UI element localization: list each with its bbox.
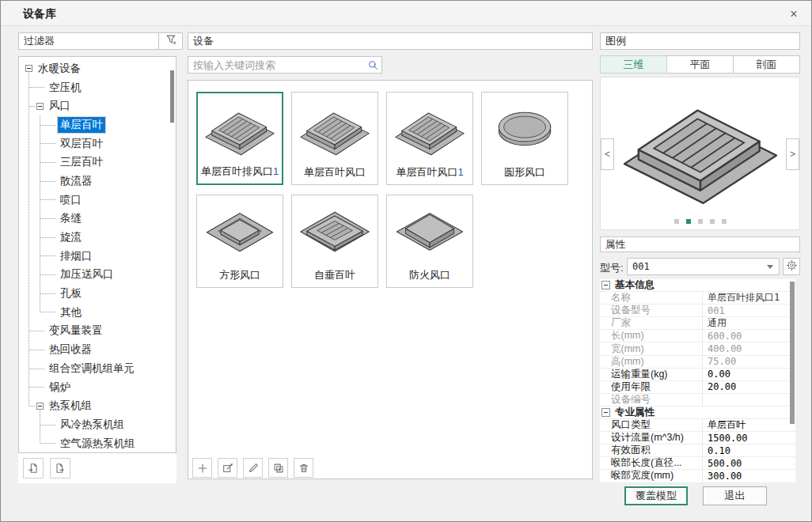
import-equipment-button[interactable] [23, 458, 44, 478]
tree-item-热回收器[interactable]: 热回收器 [19, 340, 176, 359]
model-settings-button[interactable] [783, 258, 800, 275]
carousel-dot-4[interactable] [710, 219, 715, 224]
equipment-card-单层百叶风口1[interactable]: 单层百叶风口1 [386, 92, 473, 185]
filter-input[interactable] [18, 32, 159, 50]
property-value[interactable]: 单层百叶排风口1 [703, 292, 795, 304]
tree-item-孔板[interactable]: 孔板 [19, 284, 176, 303]
property-value[interactable]: 0.00 [703, 369, 795, 380]
equipment-card-单层百叶排风口1[interactable]: 单层百叶排风口1 [196, 92, 283, 185]
rename-button[interactable] [243, 458, 263, 478]
equipment-panel-header: 设备 [188, 32, 593, 50]
carousel-dot-5[interactable] [722, 219, 727, 224]
carousel-dot-1[interactable] [674, 219, 679, 224]
property-row-风口类型: 风口类型单层百叶 [600, 419, 795, 432]
export-equipment-button[interactable] [50, 458, 70, 478]
override-model-button[interactable]: 覆盖模型 [624, 486, 688, 505]
tree-item-风冷热泵机组[interactable]: 风冷热泵机组 [19, 415, 176, 434]
property-value[interactable]: 75.00 [703, 356, 795, 368]
tab-平面[interactable]: 平面 [666, 55, 734, 74]
property-value[interactable]: 1500.00 [703, 432, 795, 444]
tree-scrollbar[interactable] [170, 70, 174, 123]
tree-item-排烟口[interactable]: 排烟口 [19, 247, 176, 266]
tree-item-label: 条缝 [58, 210, 84, 226]
tree-item-三层百叶[interactable]: 三层百叶 [19, 153, 176, 172]
tree-item-空压机[interactable]: 空压机 [19, 78, 176, 97]
vent-graphic [292, 195, 378, 268]
equipment-card-方形风口[interactable]: 方形风口 [196, 195, 283, 288]
collapse-icon[interactable] [25, 65, 32, 72]
property-section-专业属性[interactable]: 专业属性 [600, 407, 795, 419]
collapse-icon[interactable] [601, 281, 610, 289]
close-icon[interactable]: × [784, 5, 803, 24]
carousel-dots [601, 219, 799, 224]
property-label: 名称 [600, 292, 703, 304]
property-value[interactable]: 500.00 [703, 457, 795, 469]
property-value[interactable]: 001 [703, 304, 795, 316]
tree-item-变风量装置[interactable]: 变风量装置 [19, 322, 176, 341]
property-value[interactable]: 300.00 [703, 470, 795, 482]
property-section-基本信息[interactable]: 基本信息 [600, 279, 795, 292]
model-dropdown[interactable]: 001 [627, 258, 780, 275]
duplicate-button[interactable] [268, 458, 288, 478]
tree-item-加压送风口[interactable]: 加压送风口 [19, 266, 176, 285]
property-section-title: 基本信息 [615, 279, 655, 292]
duplicate-icon [272, 462, 285, 475]
tab-三维[interactable]: 三维 [600, 55, 667, 74]
preview-panel: < > [600, 77, 800, 230]
tree-item-label: 组合空调机组单元 [47, 361, 137, 376]
tree-item-单层百叶[interactable]: 单层百叶 [19, 115, 176, 134]
equipment-card-防火风口[interactable]: 防火风口 [386, 195, 473, 288]
tree-item-label: 风冷热泵机组 [58, 417, 127, 433]
vent-graphic [387, 93, 472, 165]
property-row-有效面积: 有效面积0.10 [600, 444, 795, 457]
search-input[interactable] [188, 59, 364, 71]
delete-button[interactable] [294, 458, 313, 478]
carousel-next-button[interactable]: > [786, 138, 799, 170]
property-value[interactable]: 20.00 [703, 381, 795, 393]
equipment-card-label: 防火风口 [409, 268, 450, 287]
tree-item-组合空调机组单元[interactable]: 组合空调机组单元 [19, 359, 176, 378]
tab-剖面[interactable]: 剖面 [733, 55, 800, 74]
property-value[interactable]: 单层百叶 [703, 419, 795, 431]
equipment-card-圆形风口[interactable]: 圆形风口 [481, 92, 568, 185]
tree-item-锅炉[interactable]: 锅炉 [19, 378, 176, 397]
carousel-dot-3[interactable] [698, 219, 703, 224]
tree-item-热泵机组[interactable]: 热泵机组 [19, 396, 176, 415]
property-value[interactable]: 400.00 [703, 342, 795, 354]
tree-item-双层百叶[interactable]: 双层百叶 [19, 134, 176, 153]
equipment-panel-title: 设备 [188, 33, 592, 49]
property-label: 使用年限 [600, 381, 703, 393]
carousel-dot-2[interactable] [686, 219, 691, 224]
tree-item-喷口[interactable]: 喷口 [19, 191, 176, 210]
tree-item-其他[interactable]: 其他 [19, 303, 176, 322]
property-value[interactable]: 通用 [703, 317, 795, 329]
equipment-card-自垂百叶[interactable]: 自垂百叶 [291, 195, 378, 288]
collapse-icon[interactable] [36, 103, 44, 110]
edit-button[interactable] [218, 458, 237, 478]
gear-icon [786, 259, 798, 274]
pencil-icon [247, 462, 260, 475]
tree-item-label: 孔板 [58, 286, 84, 301]
filter-button[interactable] [158, 32, 183, 50]
model-dropdown-value: 001 [628, 261, 767, 272]
tree-item-水暖设备[interactable]: 水暖设备 [19, 59, 176, 78]
carousel-prev-button[interactable]: < [601, 138, 614, 170]
search-icon[interactable] [364, 59, 381, 71]
tree-item-旋流[interactable]: 旋流 [19, 228, 176, 247]
exit-button[interactable]: 退出 [703, 486, 767, 505]
collapse-icon[interactable] [36, 403, 44, 410]
property-label: 宽(mm) [600, 342, 703, 354]
collapse-icon[interactable] [601, 408, 610, 417]
tree-item-条缝[interactable]: 条缝 [19, 210, 176, 229]
tree-item-散流器[interactable]: 散流器 [19, 172, 176, 191]
property-value[interactable]: 0.10 [703, 444, 795, 456]
tree-item-风口[interactable]: 风口 [19, 96, 176, 115]
equipment-card-单层百叶风口[interactable]: 单层百叶风口 [291, 92, 378, 185]
property-value[interactable] [703, 394, 795, 406]
property-value[interactable]: 600.00 [703, 330, 795, 342]
property-grid-scrollbar[interactable] [790, 282, 795, 424]
tree-item-label: 变风量装置 [47, 323, 105, 339]
tree-item-空气源热泵机组[interactable]: 空气源热泵机组 [19, 434, 176, 453]
add-button[interactable] [192, 458, 212, 478]
tree-item-label: 旋流 [58, 229, 84, 245]
